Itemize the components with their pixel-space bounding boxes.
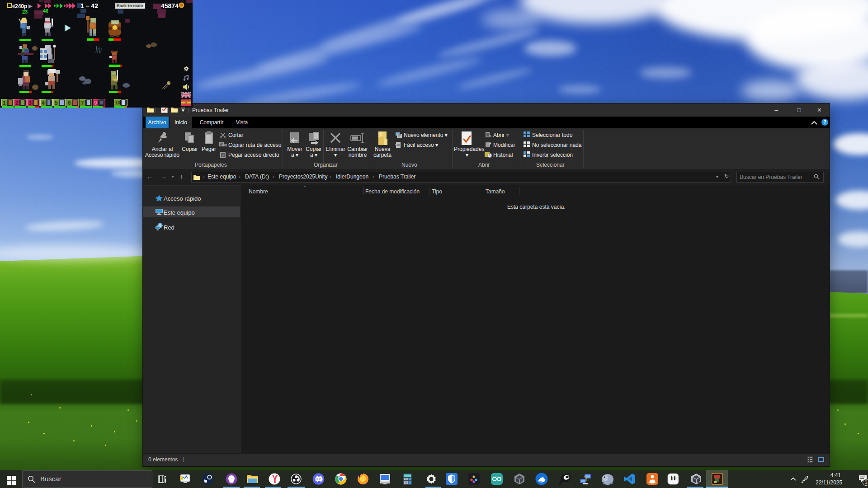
- svg-text:W: W: [220, 143, 223, 146]
- svg-text:6: 6: [698, 480, 701, 485]
- svg-text:✎: ✎: [27, 26, 30, 30]
